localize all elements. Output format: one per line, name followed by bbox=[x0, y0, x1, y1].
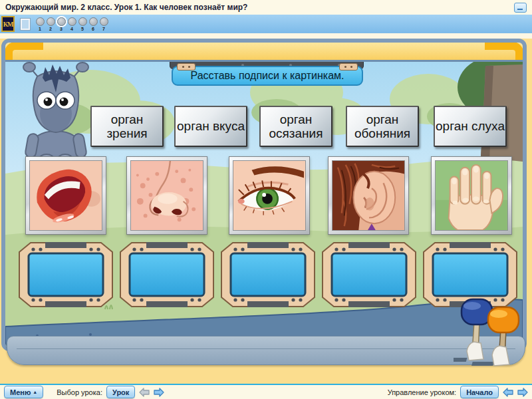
page-dot-3-active[interactable]: 3 bbox=[56, 17, 66, 31]
label-card-vision[interactable]: орган зрения bbox=[90, 106, 164, 147]
page-dot-6[interactable]: 6 bbox=[88, 17, 98, 31]
prev-lesson-arrow-icon[interactable] bbox=[139, 388, 150, 397]
label-card-smell[interactable]: орган обоняния bbox=[346, 106, 419, 147]
instruction-box: Расставь подписи к картинкам. bbox=[172, 66, 363, 86]
picture-frame-eye bbox=[229, 156, 310, 235]
lever-orange[interactable] bbox=[488, 307, 519, 366]
nose-icon bbox=[130, 160, 203, 231]
page-circle-icon bbox=[89, 17, 98, 26]
minimize-icon bbox=[517, 9, 523, 10]
picture-frame-nose bbox=[126, 156, 207, 235]
work-area: Расставь подписи к картинкам. bbox=[0, 33, 532, 384]
page-circle-icon bbox=[100, 17, 108, 26]
lesson-select-label: Выбор урока: bbox=[57, 388, 102, 396]
picture-frame-mouth bbox=[25, 156, 106, 235]
window-title: Окружающий мир. 2 класс. Урок 1. Как чел… bbox=[5, 3, 247, 12]
page-circle-icon bbox=[78, 17, 87, 26]
sign-bracket-left bbox=[177, 63, 196, 70]
mouth-icon bbox=[29, 160, 102, 231]
panel-top-bar bbox=[5, 43, 523, 60]
menu-up-arrow-icon: ▲ bbox=[33, 390, 37, 394]
dropzone-4[interactable] bbox=[322, 242, 416, 307]
main-panel: Расставь подписи к картинкам. bbox=[1, 39, 527, 351]
page-circle-icon bbox=[68, 17, 76, 26]
ear-icon bbox=[332, 160, 405, 231]
dropzone-1[interactable] bbox=[19, 242, 113, 307]
picture-frame-hand bbox=[431, 156, 512, 235]
lesson-button[interactable]: Урок bbox=[106, 386, 135, 398]
menu-button[interactable]: Меню ▲ bbox=[4, 386, 43, 398]
lever-blue[interactable] bbox=[462, 299, 492, 360]
title-bar: Окружающий мир. 2 класс. Урок 1. Как чел… bbox=[0, 0, 532, 15]
next-step-arrow-icon[interactable] bbox=[517, 388, 528, 397]
app-window: Окружающий мир. 2 класс. Урок 1. Как чел… bbox=[0, 0, 532, 399]
label-card-touch[interactable]: орган осязания bbox=[259, 106, 332, 147]
dropzone-3[interactable] bbox=[221, 242, 315, 307]
instruction-text: Расставь подписи к картинкам. bbox=[191, 70, 344, 82]
page-dot-1[interactable]: 1 bbox=[35, 17, 45, 31]
page-circle-icon bbox=[57, 17, 66, 26]
page-dot-5[interactable]: 5 bbox=[77, 17, 88, 31]
lesson-control-label: Управление уроком: bbox=[388, 388, 457, 396]
minimize-button[interactable] bbox=[514, 3, 527, 13]
page-dot-7[interactable]: 7 bbox=[98, 17, 109, 31]
scene: Расставь подписи к картинкам. bbox=[5, 60, 523, 347]
label-card-taste[interactable]: орган вкуса bbox=[174, 106, 247, 147]
sign-bracket-right bbox=[339, 63, 358, 70]
page-dots: 1 2 3 4 5 6 7 bbox=[35, 17, 109, 31]
label-card-hearing[interactable]: орган слуха bbox=[434, 106, 507, 147]
hand-icon bbox=[435, 160, 508, 231]
page-circle-icon bbox=[47, 17, 55, 26]
slide-indicator-icon bbox=[21, 19, 30, 30]
picture-frame-ear bbox=[328, 156, 409, 235]
bottom-bar: Меню ▲ Выбор урока: Урок Управление урок… bbox=[0, 384, 532, 399]
page-dot-4[interactable]: 4 bbox=[66, 17, 77, 31]
km-logo: КМ bbox=[1, 16, 15, 32]
dropzone-2[interactable] bbox=[120, 242, 214, 307]
prev-step-arrow-icon[interactable] bbox=[503, 388, 513, 397]
page-dot-2[interactable]: 2 bbox=[45, 17, 56, 31]
start-button[interactable]: Начало bbox=[460, 386, 499, 398]
app-toolbar: КМ 1 2 3 4 5 6 7 bbox=[0, 15, 532, 33]
mascot-donkey-icon bbox=[15, 61, 97, 164]
console-tray bbox=[7, 336, 525, 365]
lever-controls bbox=[454, 294, 527, 368]
next-lesson-arrow-icon[interactable] bbox=[154, 388, 164, 397]
eye-icon bbox=[233, 160, 306, 231]
page-circle-icon bbox=[36, 17, 45, 26]
